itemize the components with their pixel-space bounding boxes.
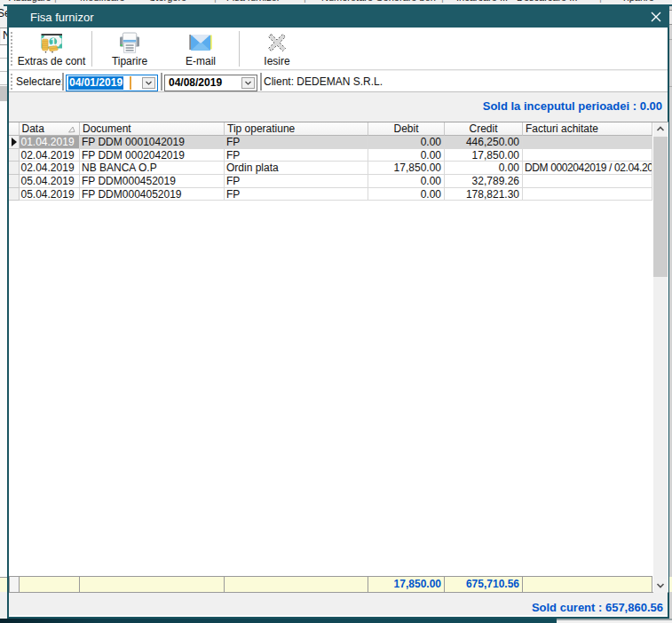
svg-text:1: 1	[51, 35, 56, 46]
